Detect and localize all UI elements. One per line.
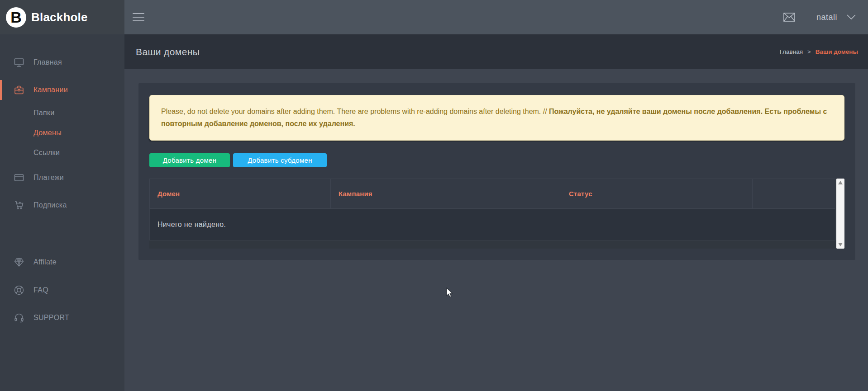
breadcrumb-current: Ваши домены bbox=[816, 48, 858, 55]
life-ring-icon bbox=[13, 284, 25, 296]
monitor-icon bbox=[13, 57, 25, 68]
chevron-down-icon[interactable] bbox=[846, 14, 856, 20]
user-zone: natali bbox=[783, 12, 856, 23]
brand-logo-letter: B bbox=[10, 9, 22, 25]
sidebar-item-support[interactable]: SUPPORT bbox=[0, 306, 124, 329]
table-header-actions bbox=[753, 179, 835, 208]
brand-logo[interactable]: B Blackhole bbox=[0, 0, 124, 34]
sidebar-item-label: Affilate bbox=[33, 258, 57, 266]
breadcrumb-home[interactable]: Главная bbox=[780, 48, 803, 55]
headset-icon bbox=[13, 312, 25, 324]
diamond-icon bbox=[13, 256, 25, 268]
sidebar-item-label: FAQ bbox=[33, 286, 48, 294]
page-title: Ваши домены bbox=[136, 47, 200, 57]
sidebar-item-home[interactable]: Главная bbox=[0, 51, 124, 74]
top-bar-right: natali bbox=[124, 0, 868, 34]
active-indicator bbox=[0, 80, 2, 100]
sidebar: Главная Кампании Папки Домены Ссылки П bbox=[0, 34, 124, 391]
page-header: Ваши домены Главная > Ваши домены bbox=[124, 34, 868, 69]
credit-card-icon bbox=[13, 172, 25, 184]
sidebar-item-label: Папки bbox=[33, 109, 55, 117]
brand-logo-icon: B bbox=[6, 7, 26, 28]
breadcrumb-separator-icon: > bbox=[807, 48, 811, 55]
scroll-down-icon[interactable] bbox=[838, 243, 843, 246]
alert-text-en: Please, do not delete your domains after… bbox=[161, 108, 549, 115]
sidebar-item-label: Домены bbox=[33, 129, 62, 137]
brand-name: Blackhole bbox=[31, 10, 88, 24]
warning-alert: Please, do not delete your domains after… bbox=[149, 95, 844, 141]
sidebar-item-links[interactable]: Ссылки bbox=[0, 143, 124, 163]
scroll-up-icon[interactable] bbox=[838, 181, 843, 184]
briefcase-icon bbox=[13, 84, 25, 96]
sidebar-item-label: Подписка bbox=[33, 201, 67, 209]
sidebar-item-folders[interactable]: Папки bbox=[0, 103, 124, 123]
sidebar-item-subscription[interactable]: Подписка bbox=[0, 194, 124, 217]
domains-table-zone: Домен Кампания Статус Ничего не найдено. bbox=[149, 179, 844, 249]
sidebar-item-domains[interactable]: Домены bbox=[0, 123, 124, 143]
sidebar-item-campaigns[interactable]: Кампании bbox=[0, 79, 124, 101]
main-content: Please, do not delete your domains after… bbox=[124, 69, 868, 391]
table-header-campaign: Кампания bbox=[331, 179, 561, 208]
sidebar-item-label: SUPPORT bbox=[33, 314, 69, 322]
table-scrollbar[interactable] bbox=[836, 179, 844, 249]
sidebar-item-affilate[interactable]: Affilate bbox=[0, 251, 124, 273]
actions-row: Добавить домен Добавить субдомен bbox=[149, 153, 844, 167]
table-header-domain: Домен bbox=[150, 179, 331, 208]
sidebar-item-payments[interactable]: Платежи bbox=[0, 166, 124, 189]
sidebar-item-label: Кампании bbox=[33, 86, 68, 94]
domains-table: Домен Кампания Статус Ничего не найдено. bbox=[149, 179, 835, 249]
mail-icon[interactable] bbox=[783, 12, 796, 23]
table-empty-row: Ничего не найдено. bbox=[149, 209, 835, 240]
empty-state-text: Ничего не найдено. bbox=[157, 221, 226, 229]
domains-card: Please, do not delete your domains after… bbox=[138, 83, 855, 260]
sidebar-item-faq[interactable]: FAQ bbox=[0, 279, 124, 301]
top-bar: B Blackhole natali bbox=[0, 0, 868, 34]
table-header-status: Статус bbox=[561, 179, 753, 208]
username[interactable]: natali bbox=[816, 13, 837, 22]
sidebar-item-label: Платежи bbox=[33, 174, 64, 182]
table-header-row: Домен Кампания Статус bbox=[149, 179, 835, 209]
breadcrumb: Главная > Ваши домены bbox=[780, 48, 858, 55]
add-domain-button[interactable]: Добавить домен bbox=[149, 153, 230, 167]
add-subdomain-button[interactable]: Добавить субдомен bbox=[233, 153, 327, 167]
sidebar-item-label: Ссылки bbox=[33, 149, 60, 157]
cart-icon bbox=[13, 199, 25, 211]
sidebar-item-label: Главная bbox=[33, 58, 62, 66]
menu-toggle-icon[interactable] bbox=[133, 10, 144, 24]
